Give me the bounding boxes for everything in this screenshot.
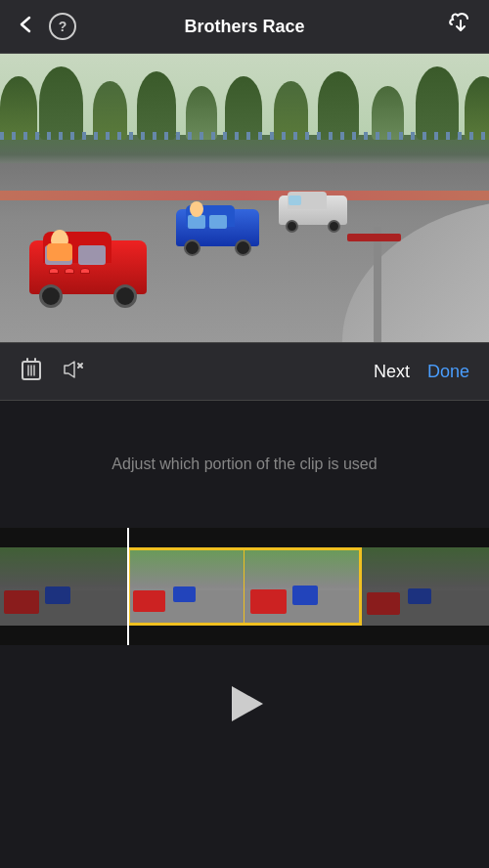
toolbar-right: Next Done xyxy=(374,362,469,382)
play-button[interactable] xyxy=(220,679,269,728)
toolbar: Next Done xyxy=(0,342,489,401)
back-button[interactable] xyxy=(16,14,37,39)
timeline-strip xyxy=(0,547,489,626)
red-car xyxy=(29,230,147,308)
header-left-controls: ? xyxy=(16,13,76,40)
download-button[interactable] xyxy=(448,11,473,42)
film-thumb-selected[interactable] xyxy=(127,547,362,626)
header-bar: ? Brothers Race xyxy=(0,0,489,54)
page-title: Brothers Race xyxy=(184,17,304,37)
play-icon xyxy=(232,686,263,721)
delete-button[interactable] xyxy=(20,356,43,387)
toolbar-left xyxy=(20,356,374,387)
svg-marker-7 xyxy=(65,362,74,377)
timeline-section[interactable] xyxy=(0,528,489,645)
film-thumb-right xyxy=(362,547,489,626)
next-button[interactable]: Next xyxy=(374,362,410,382)
bottom-safe-area xyxy=(0,762,489,868)
playhead xyxy=(127,528,129,645)
mute-button[interactable] xyxy=(61,358,84,386)
help-button[interactable]: ? xyxy=(49,13,76,40)
pole xyxy=(374,227,381,342)
done-button[interactable]: Done xyxy=(427,362,469,382)
film-thumb-left xyxy=(0,547,127,626)
help-icon: ? xyxy=(59,19,67,34)
white-car xyxy=(279,188,347,233)
fence xyxy=(0,132,489,140)
blue-car xyxy=(176,202,259,256)
video-preview xyxy=(0,54,489,342)
instruction-text: Adjust which portion of the clip is used xyxy=(111,456,377,473)
sign-arm xyxy=(347,234,401,241)
instruction-section: Adjust which portion of the clip is used xyxy=(0,401,489,528)
play-section xyxy=(0,645,489,762)
video-scene xyxy=(0,54,489,342)
